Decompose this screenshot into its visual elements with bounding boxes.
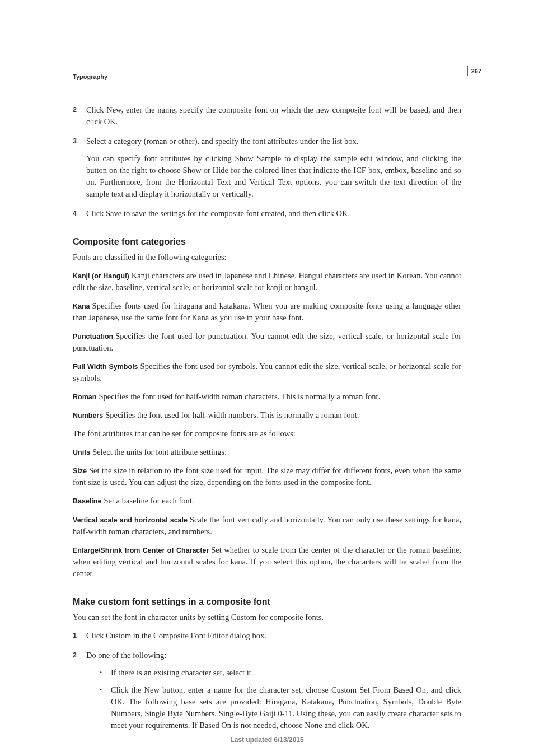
step-1: 1 Click Custom in the Composite Font Edi… [73,630,461,642]
term-label: Kana [73,302,92,310]
page: 267 Typography 2 Click New, enter the na… [0,0,534,756]
step-2: 2 Click New, enter the name, specify the… [73,104,461,128]
step-text: Select a category (roman or other), and … [86,136,461,147]
step-number: 2 [73,650,86,737]
attr-baseline: BaselineSet a baseline for each font. [73,495,461,507]
step-text: You can specify font attributes by click… [86,153,461,200]
term-numbers: NumbersSpecifies the font used for half-… [73,409,461,421]
step-2: 2 Do one of the following: • If there is… [73,650,461,737]
bullet-icon: • [100,684,111,731]
list-text: Click the New button, enter a name for t… [111,684,461,731]
step-body: Click Save to save the settings for the … [86,208,461,220]
attr-vh-scale: Vertical scale and horizontal scaleScale… [73,514,461,538]
term-full-width-symbols: Full Width SymbolsSpecifies the font use… [73,361,461,384]
step-number: 1 [73,630,86,642]
attr-size: SizeSet the size in relation to the font… [73,465,461,488]
attr-enlarge-shrink: Enlarge/Shrink from Center of CharacterS… [73,544,461,580]
step-body: Click Custom in the Composite Font Edito… [86,630,461,642]
section-intro: You can set the font in character units … [73,612,461,623]
step-number: 3 [73,136,86,200]
step-text: Do one of the following: [86,650,461,661]
term-text: Specifies the font used for half-width n… [105,410,359,419]
term-kanji: Kanji (or Hangul)Kanji characters are us… [73,270,461,293]
term-text: Specifies the font used for half-width r… [99,392,380,401]
sub-list: • If there is an existing character set,… [100,667,461,731]
chapter-title: Typography [73,73,461,82]
attr-intro: The font attributes that can be set for … [73,428,461,440]
term-label: Enlarge/Shrink from Center of Character [73,547,211,554]
step-body: Click New, enter the name, specify the c… [86,104,461,128]
term-label: Vertical scale and horizontal scale [73,516,190,524]
bullet-icon: • [100,667,111,679]
term-text: Kanji characters are used in Japanese an… [73,271,461,292]
page-number: 267 [467,66,481,76]
term-roman: RomanSpecifies the font used for half-wi… [73,391,461,403]
term-text: Set the size in relation to the font siz… [73,466,461,487]
step-text: Click Save to save the settings for the … [86,208,461,220]
term-kana: KanaSpecifies fonts used for hiragana an… [73,300,461,324]
step-body: Select a category (roman or other), and … [86,136,461,200]
step-number: 4 [73,208,86,220]
term-text: Set a baseline for each font. [104,496,194,505]
list-text: If there is an existing character set, s… [111,667,461,679]
step-body: Do one of the following: • If there is a… [86,650,461,737]
footer-last-updated: Last updated 6/13/2015 [0,735,534,745]
term-label: Full Width Symbols [73,363,140,371]
term-text: Select the units for font attribute sett… [92,447,227,456]
heading-make-custom-font-settings: Make custom font settings in a composite… [73,595,461,608]
term-label: Kanji (or Hangul) [73,272,132,280]
step-3: 3 Select a category (roman or other), an… [73,136,461,200]
term-label: Punctuation [73,333,115,340]
section-intro: Fonts are classified in the following ca… [73,251,461,263]
term-label: Roman [73,393,99,401]
term-text: Specifies the font used for punctuation.… [73,332,461,352]
step-4: 4 Click Save to save the settings for th… [73,208,461,220]
attr-units: UnitsSelect the units for font attribute… [73,446,461,458]
step-number: 2 [73,104,86,128]
list-item: • Click the New button, enter a name for… [100,684,461,731]
term-text: Specifies fonts used for hiragana and ka… [73,301,461,322]
term-label: Numbers [73,412,105,419]
term-punctuation: PunctuationSpecifies the font used for p… [73,330,461,354]
list-item: • If there is an existing character set,… [100,667,461,679]
term-label: Size [73,467,89,475]
term-label: Units [73,449,92,456]
heading-composite-font-categories: Composite font categories [73,235,461,248]
step-text: Click New, enter the name, specify the c… [86,104,461,128]
term-label: Baseline [73,497,104,505]
step-text: Click Custom in the Composite Font Edito… [86,630,461,642]
